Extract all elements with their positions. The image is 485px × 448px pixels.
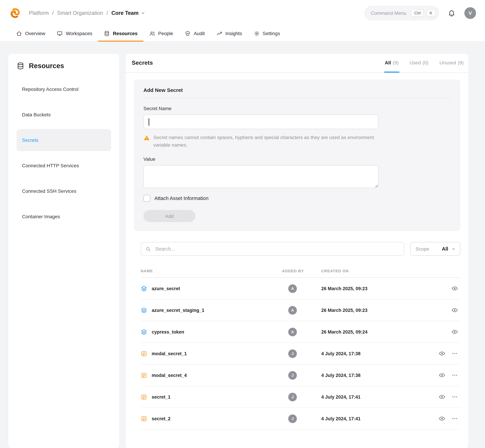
created-on-value: 26 March 2025, 09:24 — [321, 329, 426, 335]
table-row-secret-1[interactable]: secret_1 J 4 July 2024, 17:41 — [141, 386, 460, 408]
sidebar-title: Resources — [16, 62, 111, 70]
secrets-header: Secrets All (9) Used (0) — [125, 54, 469, 73]
filter-tab-unused[interactable]: Unused (9) — [439, 54, 464, 73]
secrets-panel: Secrets All (9) Used (0) — [125, 54, 469, 448]
row-menu-ellipsis-icon[interactable] — [451, 350, 458, 357]
layers-icon — [141, 329, 147, 335]
scope-label: Scope — [415, 246, 429, 252]
nav-tab-settings[interactable]: Settings — [248, 26, 286, 42]
added-by-avatar: A — [288, 306, 297, 315]
added-by-avatar: J — [288, 371, 297, 380]
breadcrumb-organization[interactable]: Smart Organization — [57, 10, 103, 16]
scope-dropdown[interactable]: Scope All — [410, 242, 460, 256]
app: Platform / Smart Organization / Core Tea… — [0, 0, 485, 448]
topbar: Platform / Smart Organization / Core Tea… — [0, 0, 485, 26]
home-icon — [16, 31, 22, 36]
chart-icon — [217, 31, 222, 36]
reveal-secret-eye-icon[interactable] — [451, 307, 458, 314]
breadcrumb-separator: / — [52, 10, 54, 16]
filter-tab-all[interactable]: All (9) — [384, 54, 399, 73]
command-menu-button[interactable]: Command Menu Ctrl K — [365, 6, 439, 20]
document-icon — [141, 350, 147, 357]
attach-asset-checkbox[interactable] — [143, 195, 150, 202]
nav-tab-resources[interactable]: Resources — [98, 26, 143, 42]
secret-name-input[interactable] — [143, 115, 378, 129]
secret-name: cypress_token — [152, 329, 184, 335]
sidebar-item-data-buckets[interactable]: Data Buckets — [16, 104, 111, 126]
nav-tab-workspaces[interactable]: Workspaces — [51, 26, 98, 42]
row-menu-ellipsis-icon[interactable] — [451, 394, 458, 400]
secrets-table: NAME ADDED BY CREATED ON azure_secret — [141, 269, 460, 430]
column-added-by: ADDED BY — [282, 269, 321, 273]
secret-value-textarea[interactable] — [143, 165, 378, 188]
reveal-secret-eye-icon[interactable] — [438, 372, 446, 379]
warning-icon — [143, 135, 150, 141]
reveal-secret-eye-icon[interactable] — [451, 285, 458, 292]
nav-tab-overview[interactable]: Overview — [10, 26, 51, 42]
user-avatar[interactable]: V — [464, 7, 476, 19]
monitor-icon — [57, 31, 63, 36]
secrets-toolbar: Scope All — [141, 242, 460, 256]
attach-asset-row[interactable]: Attach Asset Information — [143, 195, 451, 202]
sidebar-item-connected-ssh-services[interactable]: Connected SSH Services — [16, 180, 111, 202]
added-by-avatar: A — [288, 284, 297, 293]
reveal-secret-eye-icon[interactable] — [438, 350, 446, 357]
created-on-value: 26 March 2025, 09:23 — [321, 308, 426, 313]
sidebar-item-container-images[interactable]: Container Images — [16, 206, 111, 228]
reveal-secret-eye-icon[interactable] — [451, 328, 458, 336]
document-icon — [141, 394, 147, 400]
added-by-avatar: J — [288, 393, 297, 401]
ctrl-key-badge: Ctrl — [411, 9, 424, 17]
table-row-modal-secret-4[interactable]: modal_secret_4 J 4 July 2024, 17:38 — [141, 365, 460, 386]
layers-icon — [141, 307, 147, 314]
sidebar-item-secrets[interactable]: Secrets — [16, 129, 111, 151]
topbar-left: Platform / Smart Organization / Core Tea… — [9, 7, 146, 19]
table-row-azure-secret[interactable]: azure_secret A 26 March 2025, 09:23 — [141, 278, 460, 300]
nav-tab-audit[interactable]: Audit — [179, 26, 211, 42]
content-area: Resources Repository Access Control Data… — [0, 42, 485, 448]
secret-name: azure_secret_staging_1 — [152, 308, 204, 313]
topbar-right: Command Menu Ctrl K V — [365, 6, 476, 20]
table-row-secret-2[interactable]: secret_2 J 4 July 2024, 17:41 — [141, 408, 460, 430]
sidebar-item-connected-http-services[interactable]: Connected HTTP Services — [16, 155, 111, 176]
database-icon — [16, 62, 24, 70]
sidebar-item-repository-access-control[interactable]: Repository Access Control — [16, 78, 111, 100]
row-menu-ellipsis-icon[interactable] — [451, 415, 458, 422]
column-name: NAME — [141, 269, 282, 273]
chevron-down-icon — [451, 247, 456, 251]
row-menu-ellipsis-icon[interactable] — [451, 372, 458, 379]
resources-sidebar: Resources Repository Access Control Data… — [8, 54, 119, 448]
added-by-avatar: J — [288, 349, 297, 358]
breadcrumb-platform[interactable]: Platform — [29, 10, 49, 16]
add-secret-button[interactable]: Add — [143, 210, 195, 222]
breadcrumb-team-label: Core Team — [111, 10, 139, 16]
nav-tab-people[interactable]: People — [143, 26, 179, 42]
primary-nav: Overview Workspaces Resources People — [0, 26, 485, 42]
database-icon — [104, 31, 110, 36]
nav-tab-insights[interactable]: Insights — [211, 26, 248, 42]
table-row-modal-secret-1[interactable]: modal_secret_1 J 4 July 2024, 17:38 — [141, 343, 460, 365]
search-box[interactable] — [141, 242, 404, 256]
chevron-down-icon — [141, 11, 146, 16]
filter-tab-used[interactable]: Used (0) — [409, 54, 429, 73]
app-logo-icon[interactable] — [9, 7, 21, 19]
gear-icon — [254, 31, 259, 36]
created-on-value: 4 July 2024, 17:38 — [321, 373, 426, 378]
shield-icon — [185, 31, 191, 36]
table-row-azure-secret-staging-1[interactable]: azure_secret_staging_1 A 26 March 2025, … — [141, 300, 460, 321]
reveal-secret-eye-icon[interactable] — [438, 415, 446, 422]
created-on-value: 4 July 2024, 17:41 — [321, 416, 426, 421]
search-input[interactable] — [155, 246, 400, 252]
table-body: azure_secret A 26 March 2025, 09:23 — [141, 278, 460, 430]
k-key-badge: K — [427, 9, 436, 17]
notifications-bell-icon[interactable] — [448, 9, 455, 17]
secret-name: secret_2 — [152, 416, 171, 421]
secret-name-warning: Secret names cannot contain spaces, hyph… — [143, 134, 384, 149]
layers-icon — [141, 285, 147, 292]
reveal-secret-eye-icon[interactable] — [438, 394, 446, 400]
document-icon — [141, 416, 147, 422]
created-on-value: 26 March 2025, 09:23 — [321, 286, 426, 291]
breadcrumb-team-selector[interactable]: Core Team — [111, 10, 146, 16]
table-row-cypress-token[interactable]: cypress_token A 26 March 2025, 09:24 — [141, 321, 460, 343]
text-caret — [149, 118, 149, 126]
